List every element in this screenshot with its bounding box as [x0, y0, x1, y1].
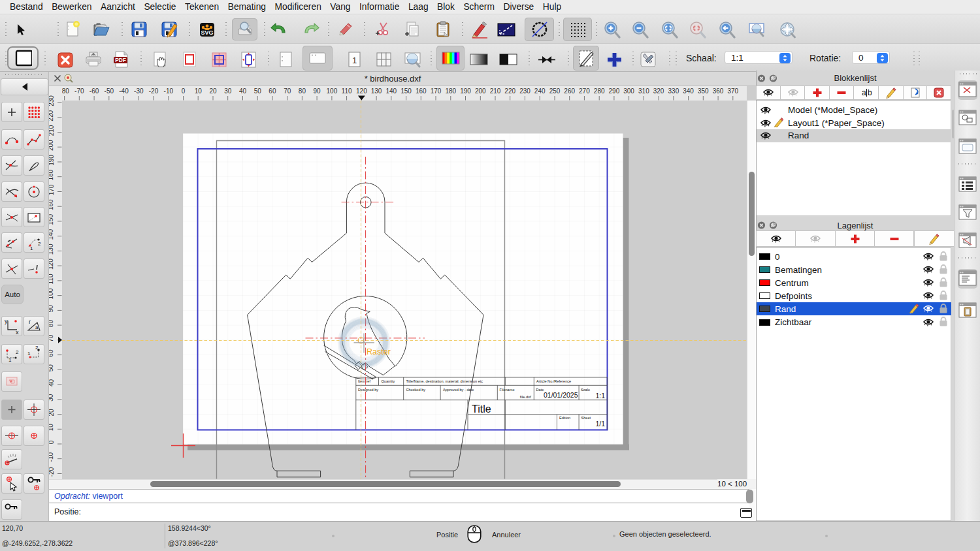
svg-text:80: 80	[299, 87, 306, 95]
svg-text:40: 40	[239, 87, 247, 95]
svg-text:0: 0	[49, 440, 55, 444]
svg-text:350: 350	[698, 87, 709, 95]
svg-text:110: 110	[49, 274, 55, 284]
svg-text:310: 310	[638, 87, 649, 95]
svg-text:-10: -10	[49, 452, 55, 462]
svg-text:260: 260	[564, 87, 575, 95]
svg-text:80: 80	[49, 320, 55, 328]
svg-text:190: 190	[460, 87, 471, 95]
svg-text:r: r	[29, 319, 31, 325]
svg-text:Title/Name, destination, mater: Title/Name, destination, material, dimen…	[406, 379, 483, 383]
svg-text:160: 160	[49, 199, 55, 210]
svg-text:100: 100	[49, 288, 55, 299]
svg-text:250: 250	[549, 87, 561, 95]
svg-text:2: 2	[16, 349, 19, 355]
svg-text:90: 90	[49, 305, 55, 313]
svg-text:240: 240	[534, 87, 546, 95]
svg-text:50: 50	[49, 364, 55, 372]
svg-text:1: 1	[27, 351, 31, 356]
svg-text:a: a	[35, 324, 39, 330]
svg-text:-20: -20	[149, 87, 159, 95]
svg-text:60: 60	[49, 349, 55, 357]
svg-text:210: 210	[490, 87, 501, 95]
svg-text:50: 50	[254, 87, 262, 95]
svg-text:20: 20	[209, 87, 217, 95]
svg-text:y: y	[5, 318, 8, 324]
svg-text:1:1: 1:1	[595, 392, 605, 400]
svg-text:Sheet: Sheet	[581, 416, 591, 420]
svg-text:Filename: Filename	[500, 388, 515, 392]
svg-text:20: 20	[49, 409, 55, 417]
svg-text:10: 10	[49, 424, 55, 432]
svg-text:130: 130	[371, 87, 382, 95]
svg-text:SVG: SVG	[201, 29, 213, 36]
svg-text:Edition: Edition	[559, 416, 570, 420]
svg-text:170: 170	[49, 184, 55, 195]
svg-text:140: 140	[49, 228, 55, 240]
svg-text:Article No./Reference: Article No./Reference	[536, 379, 571, 383]
svg-text:270: 270	[579, 87, 590, 95]
svg-text:130: 130	[49, 244, 55, 255]
svg-text:-50: -50	[105, 87, 114, 95]
svg-text:330: 330	[668, 87, 679, 95]
svg-text:70: 70	[49, 334, 55, 342]
svg-text:1: 1	[8, 357, 12, 363]
svg-text:60: 60	[269, 87, 276, 95]
svg-text:150: 150	[49, 214, 55, 225]
svg-text:220: 220	[49, 110, 55, 121]
svg-text:Approved by - date: Approved by - date	[443, 388, 474, 392]
svg-text:01/01/2025: 01/01/2025	[544, 391, 578, 399]
svg-text:Item ref: Item ref	[358, 379, 370, 383]
svg-text:120: 120	[49, 259, 55, 270]
svg-text:-40: -40	[119, 87, 129, 95]
svg-text:-80: -80	[62, 87, 69, 95]
svg-text:-20: -20	[49, 467, 55, 477]
svg-text:1/1: 1/1	[595, 420, 605, 428]
svg-text:Checked by: Checked by	[406, 388, 426, 392]
svg-text:file.dxf: file.dxf	[520, 395, 532, 399]
svg-text:160: 160	[416, 87, 427, 95]
svg-text:Quantity: Quantity	[382, 379, 395, 383]
svg-text:70: 70	[284, 87, 291, 95]
svg-text:120: 120	[356, 87, 367, 95]
svg-text:180: 180	[49, 169, 55, 180]
svg-text:180: 180	[445, 87, 456, 95]
svg-text:b: b	[868, 88, 872, 97]
svg-text:210: 210	[49, 125, 55, 136]
svg-text:Title: Title	[472, 403, 491, 415]
svg-text:200: 200	[49, 140, 55, 151]
svg-text:PDF: PDF	[115, 57, 126, 63]
svg-text:2: 2	[38, 241, 41, 247]
svg-text:280: 280	[594, 87, 605, 95]
svg-text:190: 190	[49, 155, 55, 166]
svg-text:230: 230	[519, 87, 531, 95]
svg-text:x: x	[16, 329, 19, 336]
svg-text:230: 230	[49, 95, 55, 106]
svg-text:90: 90	[314, 87, 321, 95]
svg-text:10: 10	[195, 87, 203, 95]
svg-text:200: 200	[475, 87, 486, 95]
svg-text:-60: -60	[90, 87, 99, 95]
svg-text:110: 110	[342, 87, 352, 95]
svg-text:Date: Date	[536, 388, 544, 392]
svg-text:40: 40	[49, 379, 55, 387]
svg-text:140: 140	[385, 87, 397, 95]
svg-text:a: a	[862, 88, 866, 97]
svg-text:30: 30	[224, 87, 232, 95]
svg-text:320: 320	[653, 87, 664, 95]
svg-text:Raster: Raster	[367, 347, 391, 356]
svg-text:0: 0	[182, 87, 186, 95]
svg-text:Scale: Scale	[581, 388, 590, 392]
svg-text:-30: -30	[134, 87, 144, 95]
svg-text:300: 300	[623, 87, 634, 95]
svg-text:150: 150	[400, 87, 412, 95]
svg-text:30: 30	[49, 394, 55, 401]
svg-text:220: 220	[504, 87, 515, 95]
svg-text:340: 340	[683, 87, 694, 95]
svg-text:1: 1	[30, 245, 33, 251]
svg-text:370: 370	[727, 87, 738, 95]
svg-text:-10: -10	[164, 87, 174, 95]
svg-text:2: 2	[35, 345, 39, 351]
svg-text:290: 290	[609, 87, 620, 95]
svg-text:-70: -70	[74, 87, 84, 95]
